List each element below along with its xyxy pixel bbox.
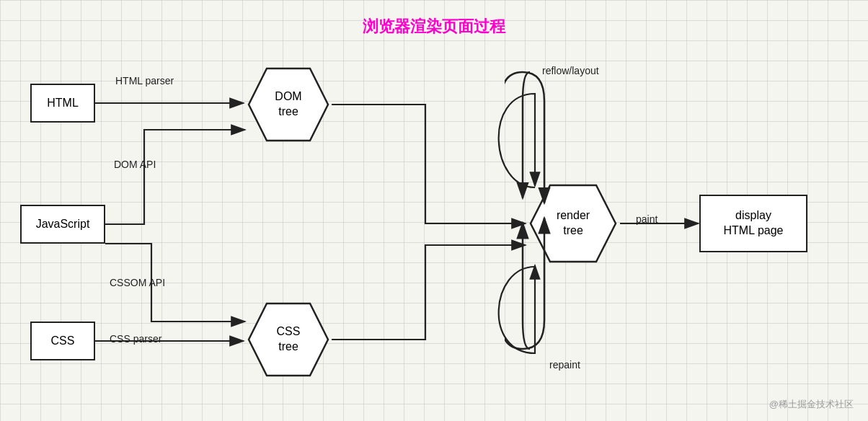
dom-api-label: DOM API bbox=[114, 159, 156, 170]
css-tree-box: CSS tree bbox=[245, 300, 332, 379]
paint-label: paint bbox=[636, 213, 657, 225]
html-parser-label: HTML parser bbox=[115, 75, 174, 87]
css-box: CSS bbox=[30, 322, 95, 360]
javascript-box: JavaScript bbox=[20, 205, 105, 244]
watermark: @稀土掘金技术社区 bbox=[769, 398, 854, 411]
cssom-api-label: CSSOM API bbox=[110, 277, 165, 288]
html-box: HTML bbox=[30, 84, 95, 123]
repaint-label: repaint bbox=[549, 359, 580, 371]
css-parser-label: CSS parser bbox=[110, 333, 161, 345]
page-title: 浏览器渲染页面过程 bbox=[363, 16, 505, 37]
dom-tree-box: DOM tree bbox=[245, 65, 332, 144]
display-box: display HTML page bbox=[699, 195, 807, 252]
